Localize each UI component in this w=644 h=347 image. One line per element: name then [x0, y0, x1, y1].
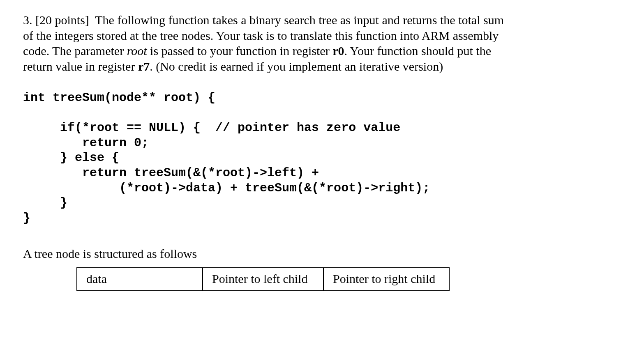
- problem-text-4a: return value in register: [23, 60, 138, 73]
- struct-note: A tree node is structured as follows: [23, 246, 621, 262]
- param-root: root: [127, 44, 147, 57]
- problem-text-1: The following function takes a binary se…: [95, 13, 504, 27]
- code-block: int treeSum(node** root) { if(*root == N…: [23, 90, 621, 225]
- code-line-6: return treeSum(&(*root)->left) +: [23, 166, 319, 180]
- node-field-data: data: [77, 268, 203, 291]
- code-line-5: } else {: [23, 151, 119, 165]
- problem-statement: 3. [20 points] The following function ta…: [23, 12, 621, 74]
- problem-text-3c: . Your function should put the: [344, 44, 491, 57]
- problem-text-2a: of the integers stored at the tree nodes…: [23, 29, 499, 42]
- code-line-4: return 0;: [23, 136, 149, 150]
- problem-text-3b: is passed to your function in register: [147, 44, 333, 57]
- problem-text-4b: . (No credit is earned if you implement …: [150, 60, 443, 73]
- problem-number: 3.: [23, 13, 32, 27]
- register-r7: r7: [138, 60, 150, 73]
- code-line-3: if(*root == NULL) { // pointer has zero …: [23, 121, 400, 135]
- table-row: data Pointer to left child Pointer to ri…: [77, 268, 449, 291]
- document-page: 3. [20 points] The following function ta…: [0, 0, 644, 291]
- problem-points: [20 points]: [35, 13, 89, 27]
- code-line-1: int treeSum(node** root) {: [23, 91, 215, 105]
- node-field-right: Pointer to right child: [323, 268, 449, 291]
- code-line-7: (*root)->data) + treeSum(&(*root)->right…: [23, 181, 430, 195]
- code-line-8: }: [23, 196, 67, 210]
- node-layout-table: data Pointer to left child Pointer to ri…: [76, 267, 450, 291]
- problem-text-3a: code. The parameter: [23, 44, 127, 57]
- code-line-9: }: [23, 211, 30, 225]
- node-field-left: Pointer to left child: [203, 268, 323, 291]
- register-r0: r0: [332, 44, 344, 57]
